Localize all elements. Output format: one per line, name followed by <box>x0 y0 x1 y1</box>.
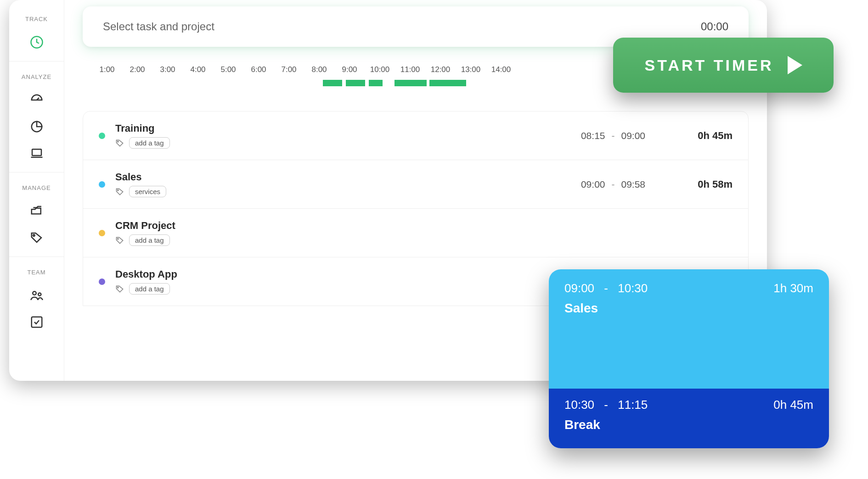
entry-duration: 0h 45m <box>668 130 733 142</box>
tag-pill[interactable]: add a tag <box>129 234 170 246</box>
svg-point-4 <box>38 293 41 295</box>
popup-bottom-segment[interactable]: 10:30 - 11:15 0h 45m Break <box>549 389 829 448</box>
svg-point-3 <box>33 291 36 295</box>
svg-rect-5 <box>31 317 42 328</box>
entry-title: Desktop App <box>115 268 558 280</box>
tag-pill[interactable]: add a tag <box>129 137 170 149</box>
popup-bottom-start: 10:30 <box>564 398 594 412</box>
folders-icon[interactable] <box>30 204 44 218</box>
entry-row[interactable]: Training add a tag 08:15-09:00 0h 45m <box>83 111 748 160</box>
timeline-hour-label: 6:00 <box>243 65 274 74</box>
start-timer-button[interactable]: START TIMER <box>613 38 834 93</box>
popup-bottom-end: 11:15 <box>618 398 648 412</box>
entry-times: 09:00-09:58 <box>558 179 668 190</box>
svg-point-9 <box>118 287 118 288</box>
entry-title: CRM Project <box>115 220 558 232</box>
timer-display: 00:00 <box>701 20 728 33</box>
entry-color-dot <box>99 230 105 236</box>
popup-card: 09:00 - 10:30 1h 30m Sales 10:30 - 11:15… <box>549 269 829 448</box>
tag-icon[interactable] <box>30 231 44 245</box>
entry-color-dot <box>99 181 105 188</box>
svg-point-2 <box>33 234 34 236</box>
tag-icon <box>115 187 124 196</box>
timeline-hour-label: 2:00 <box>122 65 152 74</box>
timeline-hour-label: 10:00 <box>365 65 395 74</box>
timeline-block[interactable] <box>346 80 365 86</box>
tag-pill[interactable]: services <box>129 186 166 197</box>
timeline-hour-label: 1:00 <box>92 65 122 74</box>
tag-icon <box>115 139 124 148</box>
timeline-hour-label: 13:00 <box>456 65 486 74</box>
entry-color-dot <box>99 278 105 285</box>
entry-row[interactable]: Sales services 09:00-09:58 0h 58m <box>83 160 748 209</box>
popup-top-start: 09:00 <box>564 281 594 295</box>
tag-icon <box>115 236 124 245</box>
popup-bottom-duration: 0h 45m <box>773 398 813 412</box>
timeline-hour-label: 4:00 <box>183 65 213 74</box>
popup-top-duration: 1h 30m <box>773 281 813 295</box>
timeline-block[interactable] <box>429 80 466 86</box>
timeline-hour-label: 8:00 <box>304 65 334 74</box>
dash: - <box>604 398 608 412</box>
timeline-hour-label: 14:00 <box>486 65 516 74</box>
timeline-block[interactable] <box>395 80 427 86</box>
popup-top-segment[interactable]: 09:00 - 10:30 1h 30m Sales <box>549 269 829 389</box>
checkbox-icon[interactable] <box>30 315 44 329</box>
dash: - <box>604 281 608 295</box>
sidebar: TRACK ANALYZE MANAGE TEAM <box>9 0 64 381</box>
entry-duration: 0h 58m <box>668 178 733 190</box>
svg-point-8 <box>118 238 118 239</box>
popup-top-name: Sales <box>564 301 813 316</box>
sidebar-section-track: TRACK <box>25 16 48 22</box>
tag-pill[interactable]: add a tag <box>129 283 170 295</box>
entry-title: Sales <box>115 171 558 183</box>
dashboard-icon[interactable] <box>30 93 44 107</box>
timeline-hour-label: 12:00 <box>425 65 456 74</box>
pie-chart-icon[interactable] <box>30 120 44 134</box>
timeline-hour-label: 9:00 <box>334 65 365 74</box>
timeline-hour-label: 3:00 <box>152 65 183 74</box>
laptop-icon[interactable] <box>30 146 44 160</box>
timeline-block[interactable] <box>323 80 342 86</box>
task-input-placeholder: Select task and project <box>103 20 214 33</box>
popup-bottom-name: Break <box>564 418 813 432</box>
svg-point-6 <box>118 141 118 142</box>
timeline-hour-label: 11:00 <box>395 65 425 74</box>
entry-times: 08:15-09:00 <box>558 130 668 141</box>
sidebar-section-analyze: ANALYZE <box>22 73 51 80</box>
team-icon[interactable] <box>30 289 44 302</box>
sidebar-section-manage: MANAGE <box>22 184 51 191</box>
entry-title: Training <box>115 123 558 134</box>
timeline-block[interactable] <box>369 80 383 86</box>
svg-point-7 <box>118 189 118 190</box>
play-icon <box>788 56 802 74</box>
timeline-hour-label: 7:00 <box>274 65 304 74</box>
popup-top-end: 10:30 <box>618 281 648 295</box>
sidebar-section-team: TEAM <box>27 269 45 276</box>
start-timer-label: START TIMER <box>644 56 773 74</box>
timeline-hour-label: 5:00 <box>213 65 243 74</box>
svg-rect-1 <box>32 149 41 156</box>
clock-icon[interactable] <box>30 35 44 49</box>
entry-row[interactable]: CRM Project add a tag <box>83 209 748 257</box>
entry-color-dot <box>99 133 105 139</box>
tag-icon <box>115 284 124 294</box>
